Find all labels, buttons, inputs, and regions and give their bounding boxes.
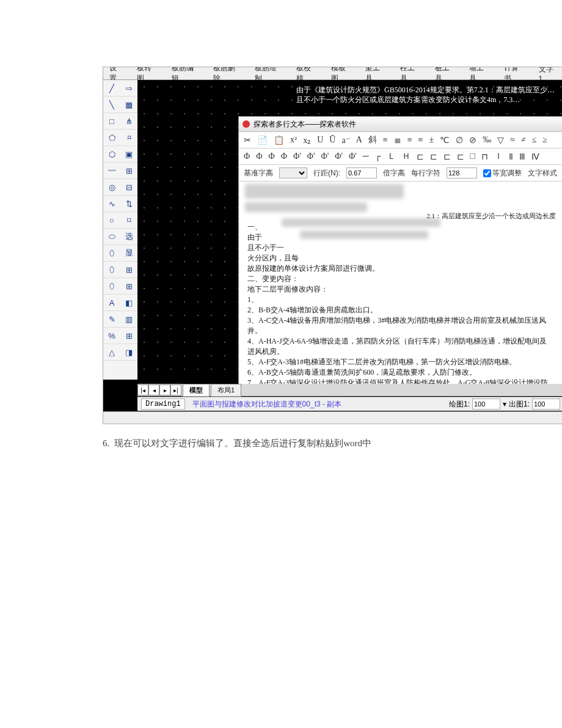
tool-button[interactable]: ⬠	[103, 130, 120, 146]
perline-input[interactable]	[447, 167, 477, 178]
toolbar-symbol[interactable]: ‰	[483, 135, 491, 145]
toolbar-symbol[interactable]: ≣	[394, 135, 401, 145]
toolbar-symbol[interactable]: Φ'	[349, 152, 357, 161]
tool-button[interactable]: ▥	[120, 311, 137, 328]
editor-line[interactable]: 3、A-C交A-4轴设备用房增加消防电梯，3#电梯改为消防电梯并增设合用前室及机…	[247, 315, 553, 336]
base-height-select[interactable]	[279, 167, 307, 178]
editor-line[interactable]: 二、变更内容：	[247, 274, 553, 284]
out-input[interactable]	[532, 399, 560, 410]
tool-button[interactable]: 显	[120, 245, 137, 262]
tool-button[interactable]: ⬭	[103, 229, 120, 245]
toolbar-symbol[interactable]: Φ'	[335, 152, 343, 161]
tool-button[interactable]: %	[103, 328, 120, 344]
file-name[interactable]: 平面图与报建修改对比加披道变更00_t3 - 副本	[189, 399, 449, 410]
toolbar-symbol[interactable]: Ｉ	[494, 151, 503, 162]
tool-button[interactable]: A	[103, 295, 120, 311]
toolbar-symbol[interactable]: ✂	[244, 135, 251, 145]
editor-line[interactable]: 由于	[247, 232, 553, 243]
tool-button[interactable]: ⊞	[120, 163, 137, 179]
toolbar-symbol[interactable]: ⊓	[481, 152, 488, 162]
drawing-name[interactable]: Drawing1	[141, 399, 185, 410]
toolbar-symbol[interactable]: Φ	[281, 152, 287, 161]
toolbar-symbol[interactable]: ⊘	[469, 135, 476, 145]
tool-button[interactable]: ⬯	[103, 262, 120, 278]
eqwidth-checkbox[interactable]	[483, 169, 491, 177]
tab-layout1[interactable]: 布局1	[211, 384, 241, 397]
toolbar-symbol[interactable]: ┌	[375, 152, 381, 161]
editor-line[interactable]: 火分区内，且每	[247, 253, 553, 263]
tool-button[interactable]: ╲	[103, 97, 120, 113]
tool-button[interactable]: ◎	[103, 179, 120, 196]
editor-line[interactable]: 地下二层平面修改内容：	[247, 284, 553, 295]
toolbar-symbol[interactable]: 📄	[257, 135, 268, 145]
tool-button[interactable]: ⇅	[120, 196, 137, 212]
tool-button[interactable]: ⊞	[120, 278, 137, 295]
toolbar-symbol[interactable]: U	[317, 135, 323, 145]
tool-button[interactable]: △	[103, 344, 120, 361]
editor-toolbar-1[interactable]: ✂📄📋x²x₂UŪa⁻A斜≡≣≡≡±℃∅⊘‰▽≈≠≤≥	[239, 132, 562, 149]
toolbar-symbol[interactable]: a⁻	[341, 135, 349, 145]
tool-button[interactable]: ◨	[120, 344, 137, 361]
toolbar-symbol[interactable]: ≈	[510, 135, 515, 145]
toolbar-symbol[interactable]: ≡	[407, 135, 412, 145]
toolbar-symbol[interactable]: ℃	[440, 135, 450, 145]
tool-button[interactable]: ⊞	[120, 328, 137, 344]
editor-line[interactable]: 4、A-HA-J交A-6A-9轴增设走道，第四防火分区（自行车库）与消防电梯连通…	[247, 336, 553, 357]
tool-button[interactable]: ▦	[120, 97, 137, 113]
toolbar-symbol[interactable]: ≥	[542, 135, 547, 145]
toolbar-symbol[interactable]: ⊏	[443, 152, 451, 162]
toolbar-symbol[interactable]: Φ	[244, 152, 250, 161]
toolbar-symbol[interactable]: ∅	[456, 135, 463, 145]
scale-input[interactable]	[472, 399, 500, 410]
tool-button[interactable]: ⊞	[120, 262, 137, 278]
editor-line[interactable]: 故原报建的单体设计方案局部进行微调。	[247, 263, 553, 274]
toolbar-symbol[interactable]: Ｌ	[387, 151, 396, 162]
drawing-canvas[interactable]: 由于《建筑设计防火规范》GB50016-2014规定要求。第7.2.1：高层建筑…	[137, 80, 562, 380]
toolbar-symbol[interactable]: 斜	[368, 134, 377, 145]
tool-button[interactable]: ⬯	[103, 278, 120, 295]
toolbar-symbol[interactable]: ≤	[532, 135, 537, 145]
left-toolbar-2[interactable]: ⇨▦⋔⌗▣⊞⊟⇅⌑选显⊞⊞◧▥⊞◨	[120, 80, 138, 380]
toolbar-symbol[interactable]: Ｈ	[402, 151, 411, 162]
toolbar-symbol[interactable]: ▽	[497, 135, 504, 145]
tool-button[interactable]: ⊟	[120, 179, 137, 196]
toolbar-symbol[interactable]: ⊏	[457, 152, 464, 162]
toolbar-symbol[interactable]: ≠	[521, 135, 526, 145]
tool-button[interactable]: ○	[103, 212, 120, 229]
toolbar-symbol[interactable]: x₂	[303, 135, 311, 145]
editor-toolbar-2[interactable]: ΦΦΦΦΦ'Φ'Φ'Φ'Φ'─┌ＬＨ⊏⊏⊏⊏□⊓ＩⅡⅢⅣ	[239, 149, 562, 165]
tool-button[interactable]: ⌗	[120, 130, 137, 146]
tool-button[interactable]: ∿	[103, 196, 120, 212]
tool-button[interactable]: □	[103, 113, 120, 130]
toolbar-symbol[interactable]: ⊏	[417, 152, 424, 162]
dropdown-icon[interactable]: ▾	[503, 400, 506, 408]
tab-last-icon[interactable]: ▸|	[170, 384, 181, 395]
tool-button[interactable]: 〰	[103, 163, 120, 179]
tool-button[interactable]: ⬯	[103, 245, 120, 262]
tab-first-icon[interactable]: |◂	[137, 384, 148, 395]
model-layout-tabs[interactable]: |◂ ◂ ▸ ▸| 模型 布局1	[137, 384, 562, 396]
toolbar-symbol[interactable]: Φ	[268, 152, 274, 161]
editor-line[interactable]: 6、A-B交A-5轴防毒通道兼简洗间扩600，满足疏散要求，人防门修改。	[247, 367, 553, 378]
tool-button[interactable]: ⋔	[120, 113, 137, 130]
tab-prev-icon[interactable]: ◂	[148, 384, 159, 395]
toolbar-symbol[interactable]: Ⅲ	[519, 152, 525, 162]
toolbar-symbol[interactable]: Ⅱ	[509, 152, 513, 162]
text-style-label[interactable]: 文字样式	[528, 168, 557, 178]
toolbar-symbol[interactable]: ─	[363, 152, 369, 161]
tool-button[interactable]: ▣	[120, 146, 137, 163]
tab-nav-buttons[interactable]: |◂ ◂ ▸ ▸|	[137, 384, 181, 395]
toolbar-symbol[interactable]: Φ'	[307, 152, 315, 161]
editor-titlebar[interactable]: 探索者多行文本——探索者软件	[239, 117, 562, 132]
editor-line[interactable]: 2、B-B交A-4轴增加设备用房疏散出口。	[247, 305, 553, 315]
tool-button[interactable]: ◧	[120, 295, 137, 311]
toolbar-symbol[interactable]: ±	[429, 135, 434, 145]
toolbar-symbol[interactable]: □	[470, 152, 475, 161]
toolbar-symbol[interactable]: x²	[290, 135, 297, 145]
editor-body[interactable]: 2.1：高层建筑应至少沿一个长边或周边长度 一、由于且不小于一火分区内，且每故原…	[239, 182, 562, 397]
toolbar-symbol[interactable]: A	[356, 135, 362, 145]
spacing-input[interactable]	[346, 167, 377, 178]
tool-button[interactable]: 选	[120, 229, 137, 245]
editor-line[interactable]: 5、A-F交A-3轴1#电梯通至地下二层并改为消防电梯，第一防火分区增设消防电梯…	[247, 357, 553, 367]
toolbar-symbol[interactable]: ≡	[383, 135, 388, 145]
